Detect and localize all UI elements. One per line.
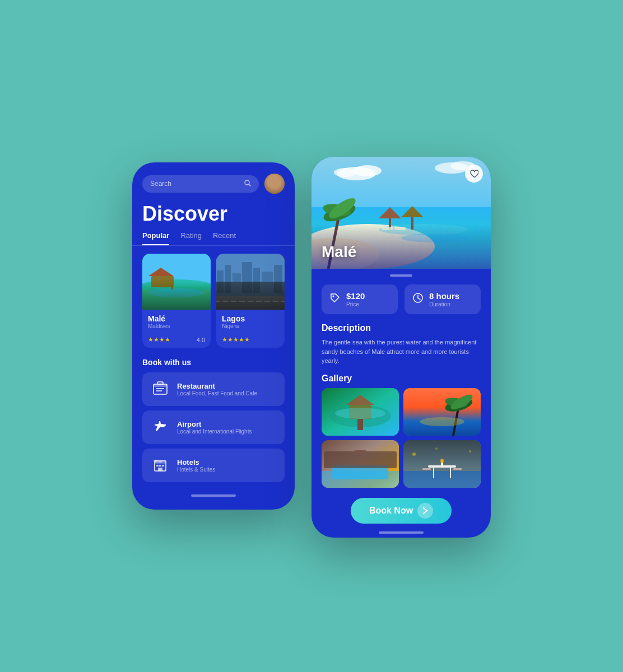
book-item-hotels[interactable]: HOTEL Hotels Hotels & Suites [142,449,285,482]
duration-value: 8 hours [429,291,459,301]
svg-rect-30 [159,465,161,466]
svg-point-0 [245,180,249,185]
book-item-hotels-text: Hotels Hotels & Suites [177,458,215,473]
page-title: Discover [132,199,295,231]
tabs: Popular Rating Recent [132,231,295,246]
svg-rect-26 [157,382,163,384]
book-section-title: Book with us [142,358,285,367]
hero-section: Malé [312,157,491,269]
svg-rect-84 [453,468,462,470]
svg-point-71 [420,417,464,426]
book-item-hotels-desc: Hotels & Suites [177,466,215,473]
phone-detail: Malé $120 Price [312,157,491,538]
card-male-rating: ★★★★ 4.0 [142,334,211,348]
svg-point-87 [412,452,416,456]
airplane-icon [150,417,170,437]
book-item-airport-desc: Local and International Flights [177,428,252,435]
card-lagos-subtitle: Nigeria [222,323,279,329]
svg-rect-64 [357,419,363,430]
svg-point-56 [333,296,334,297]
svg-point-37 [354,165,382,176]
card-male-body: Malé Maldives [142,310,211,334]
book-now-arrow-icon [417,503,433,519]
card-male-overlay [142,254,211,310]
book-item-restaurant[interactable]: Restaurant Local Food, Fast Food and Caf… [142,372,285,406]
info-cards: $120 Price 8 hours Duration [312,284,491,314]
svg-line-1 [249,184,251,186]
svg-point-38 [334,168,356,177]
svg-rect-77 [355,450,366,453]
svg-point-65 [335,408,385,419]
restaurant-icon [150,379,170,399]
svg-rect-79 [403,471,481,488]
book-item-airport-text: Airport Local and International Flights [177,420,252,435]
drag-indicator [390,274,412,277]
search-icon [244,180,251,188]
card-male-title: Malé [148,314,205,323]
book-item-airport[interactable]: Airport Local and International Flights [142,410,285,444]
svg-rect-83 [422,468,431,470]
svg-rect-29 [156,465,159,466]
card-male-stars: ★★★★ [148,336,170,343]
book-section: Book with us Restaurant Local Food, Fast… [132,356,295,489]
home-indicator [191,494,236,497]
book-item-restaurant-desc: Local Food, Fast Food and Cafe [177,390,257,396]
home-indicator-2 [379,531,424,534]
phone1-header: Search [132,162,295,199]
gallery-item-2[interactable] [403,388,481,436]
book-item-restaurant-name: Restaurant [177,382,257,390]
svg-rect-76 [324,451,397,468]
duration-label: Duration [429,301,459,307]
avatar[interactable] [264,174,285,194]
gallery-grid [312,388,491,488]
card-lagos-body: Lagos Nigeria [216,310,285,334]
phone-discover: Search Discover Popular Rating Recent [132,162,295,510]
search-bar[interactable]: Search [142,175,259,193]
book-item-airport-name: Airport [177,420,252,428]
card-male[interactable]: Malé Maldives ★★★★ 4.0 [142,254,211,348]
card-lagos-rating: ★★★★★ [216,334,285,348]
svg-point-89 [435,447,438,450]
svg-text:HOTEL: HOTEL [155,460,163,463]
card-lagos-stars: ★★★★★ [222,336,250,343]
duration-card: 8 hours Duration [405,284,481,314]
tab-recent[interactable]: Recent [213,231,236,245]
card-male-image [142,254,211,310]
card-lagos[interactable]: Lagos Nigeria ★★★★★ [216,254,285,348]
search-placeholder: Search [150,180,171,188]
book-now-label: Book Now [369,506,413,516]
gallery-item-1[interactable] [322,388,399,436]
hero-title: Malé [322,243,356,261]
description-title: Description [312,323,491,333]
card-lagos-title: Lagos [222,314,279,323]
gallery-item-3[interactable] [322,440,399,488]
card-male-subtitle: Maldives [148,323,205,329]
price-icon [329,292,341,306]
phones-container: Search Discover Popular Rating Recent [132,134,491,538]
svg-rect-31 [162,465,164,466]
card-male-ratingnum: 4.0 [197,337,205,343]
gallery-item-4[interactable] [403,440,481,488]
card-lagos-overlay [216,254,285,310]
price-value: $120 [346,291,365,301]
svg-line-59 [418,298,420,300]
favorite-button[interactable] [465,165,483,183]
book-item-restaurant-text: Restaurant Local Food, Fast Food and Caf… [177,382,257,396]
duration-info: 8 hours Duration [429,291,459,307]
price-card: $120 Price [322,284,398,314]
duration-icon [412,292,424,306]
svg-point-86 [440,459,444,463]
gallery-title: Gallery [312,374,491,384]
price-label: Price [346,301,365,307]
avatar-face [264,174,285,194]
svg-point-88 [469,450,471,452]
tab-popular[interactable]: Popular [142,231,169,245]
description-text: The gentle sea with the purest water and… [312,338,491,366]
tab-rating[interactable]: Rating [180,231,202,245]
svg-rect-32 [158,468,162,471]
card-lagos-image [216,254,285,310]
hotel-icon: HOTEL [150,455,170,475]
price-info: $120 Price [346,291,365,307]
book-item-hotels-name: Hotels [177,458,215,466]
book-now-button[interactable]: Book Now [351,498,452,524]
